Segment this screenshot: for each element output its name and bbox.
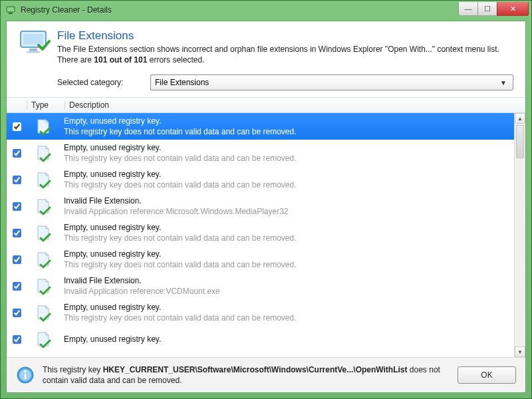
column-type[interactable]: Type bbox=[27, 100, 65, 110]
category-label: Selected category: bbox=[57, 78, 150, 87]
row-title: Empty, unused registry key. bbox=[64, 116, 511, 126]
footer: This registry key HKEY_CURRENT_USER\Soft… bbox=[7, 357, 525, 392]
list-body: Empty, unused registry key.This registry… bbox=[7, 113, 525, 357]
svg-rect-5 bbox=[27, 51, 40, 53]
window-title: Registry Cleaner - Details bbox=[21, 5, 459, 15]
row-checkbox[interactable] bbox=[7, 280, 27, 293]
window-buttons: — ☐ ✕ bbox=[459, 2, 529, 15]
file-check-icon bbox=[27, 144, 60, 162]
column-description[interactable]: Description bbox=[65, 100, 515, 110]
row-detail: Invalid Application reference:Microsoft.… bbox=[64, 206, 511, 217]
svg-rect-1 bbox=[9, 13, 13, 14]
row-detail: This registry key does not contain valid… bbox=[64, 153, 511, 164]
svg-rect-0 bbox=[7, 7, 15, 12]
row-description: Empty, unused registry key.This registry… bbox=[60, 219, 515, 246]
svg-rect-8 bbox=[25, 374, 27, 379]
category-value: File Extensions bbox=[155, 78, 498, 87]
table-row[interactable]: Invalid File Extension.Invalid Applicati… bbox=[7, 193, 515, 219]
svg-rect-4 bbox=[29, 49, 37, 51]
titlebar[interactable]: Registry Cleaner - Details — ☐ ✕ bbox=[1, 1, 531, 19]
category-dropdown[interactable]: File Extensions ▼ bbox=[150, 74, 513, 90]
window-frame: Registry Cleaner - Details — ☐ ✕ bbox=[0, 0, 532, 399]
scroll-down-button[interactable]: ▼ bbox=[515, 346, 525, 357]
footer-text: This registry key HKEY_CURRENT_USER\Soft… bbox=[43, 364, 450, 386]
row-detail: Invalid Application reference:VCDMount.e… bbox=[64, 286, 511, 297]
app-icon bbox=[6, 5, 17, 15]
row-detail: This registry key does not contain valid… bbox=[64, 180, 511, 190]
close-button[interactable]: ✕ bbox=[497, 2, 529, 16]
table-row[interactable]: Empty, unused registry key.This registry… bbox=[7, 166, 515, 193]
row-checkbox[interactable] bbox=[7, 307, 27, 319]
table-row[interactable]: Empty, unused registry key.This registry… bbox=[7, 299, 515, 326]
row-title: Invalid File Extension. bbox=[64, 196, 511, 206]
svg-point-9 bbox=[24, 370, 27, 373]
row-checkbox[interactable] bbox=[7, 333, 27, 346]
file-check-icon bbox=[27, 170, 60, 189]
table-row[interactable]: Empty, unused registry key. bbox=[7, 326, 515, 352]
chevron-down-icon: ▼ bbox=[498, 79, 509, 86]
row-description: Empty, unused registry key.This registry… bbox=[60, 113, 515, 140]
row-title: Empty, unused registry key. bbox=[64, 302, 511, 313]
table-row[interactable]: Invalid File Extension.Invalid Applicati… bbox=[7, 273, 515, 299]
file-check-icon bbox=[27, 330, 60, 348]
page-subtext: The File Extensions section shows incorr… bbox=[57, 44, 513, 65]
row-description: Empty, unused registry key.This registry… bbox=[60, 246, 515, 273]
row-checkbox[interactable] bbox=[7, 253, 27, 266]
row-title: Invalid File Extension. bbox=[64, 275, 511, 286]
subtext-b: errors selected. bbox=[147, 55, 204, 65]
row-title: Empty, unused registry key. bbox=[64, 222, 511, 233]
file-check-icon bbox=[27, 197, 60, 215]
file-check-icon bbox=[27, 223, 60, 242]
file-check-icon bbox=[27, 277, 60, 295]
category-row: Selected category: File Extensions ▼ bbox=[19, 74, 513, 90]
row-title: Empty, unused registry key. bbox=[64, 142, 511, 153]
scroll-up-button[interactable]: ▲ bbox=[515, 113, 525, 124]
monitor-icon bbox=[19, 29, 51, 56]
footer-bold: HKEY_CURRENT_USER\Software\Microsoft\Win… bbox=[103, 365, 408, 374]
row-description: Empty, unused registry key.This registry… bbox=[60, 299, 515, 326]
page-heading: File Extensions bbox=[57, 29, 513, 43]
row-description: Empty, unused registry key.This registry… bbox=[60, 140, 515, 166]
row-detail: This registry key does not contain valid… bbox=[64, 233, 511, 243]
row-checkbox[interactable] bbox=[7, 120, 27, 133]
row-checkbox[interactable] bbox=[7, 200, 27, 213]
row-checkbox[interactable] bbox=[7, 227, 27, 239]
row-description: Invalid File Extension.Invalid Applicati… bbox=[60, 193, 515, 219]
row-description: Empty, unused registry key. bbox=[60, 331, 515, 347]
table-row[interactable]: Empty, unused registry key.This registry… bbox=[7, 140, 515, 166]
client-area: File Extensions The File Extensions sect… bbox=[6, 21, 526, 393]
footer-prefix: This registry key bbox=[43, 365, 103, 374]
list: Type Description Empty, unused registry … bbox=[7, 97, 525, 357]
table-row[interactable]: Empty, unused registry key.This registry… bbox=[7, 113, 515, 140]
row-description: Empty, unused registry key.This registry… bbox=[60, 166, 515, 193]
svg-rect-3 bbox=[23, 34, 43, 45]
table-row[interactable]: Empty, unused registry key.This registry… bbox=[7, 246, 515, 273]
vertical-scrollbar[interactable]: ▲ ▼ bbox=[514, 113, 525, 357]
minimize-button[interactable]: — bbox=[458, 2, 478, 16]
row-description: Invalid File Extension.Invalid Applicati… bbox=[60, 273, 515, 299]
ok-label: OK bbox=[481, 370, 492, 380]
scroll-thumb[interactable] bbox=[516, 125, 524, 158]
scroll-track[interactable] bbox=[515, 124, 525, 346]
ok-button[interactable]: OK bbox=[458, 366, 516, 384]
row-title: Empty, unused registry key. bbox=[64, 249, 511, 259]
file-check-icon bbox=[27, 250, 60, 269]
row-title: Empty, unused registry key. bbox=[64, 169, 511, 180]
maximize-button[interactable]: ☐ bbox=[477, 2, 497, 16]
subtext-bold: 101 out of 101 bbox=[94, 55, 147, 65]
info-icon bbox=[16, 366, 35, 384]
row-checkbox[interactable] bbox=[7, 147, 27, 160]
header: File Extensions The File Extensions sect… bbox=[7, 21, 525, 97]
row-title: Empty, unused registry key. bbox=[64, 334, 511, 344]
list-header: Type Description bbox=[7, 97, 525, 113]
file-check-icon bbox=[27, 117, 60, 136]
row-detail: This registry key does not contain valid… bbox=[64, 313, 511, 323]
file-check-icon bbox=[27, 303, 60, 322]
row-detail: This registry key does not contain valid… bbox=[64, 259, 511, 270]
table-row[interactable]: Empty, unused registry key.This registry… bbox=[7, 219, 515, 246]
row-checkbox[interactable] bbox=[7, 174, 27, 186]
row-detail: This registry key does not contain valid… bbox=[64, 126, 511, 137]
